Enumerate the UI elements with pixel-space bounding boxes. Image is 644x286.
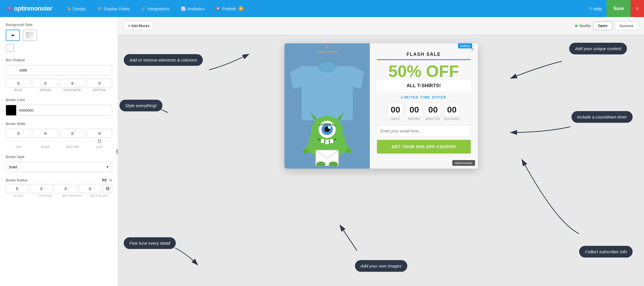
br-top-left-label: UP LEFT xyxy=(6,194,31,197)
border-radius-link-button[interactable]: ⛓ xyxy=(103,184,112,193)
shadow-inputs: BLUR SPREAD HORIZONTAL VERTICAL xyxy=(6,79,112,92)
br-top-right-input[interactable] xyxy=(30,184,53,193)
pencil-icon: ✒ xyxy=(11,33,15,38)
popup-preview: ✕ Editing FLASH SALE 50% OFF ALL T-SHIRT… xyxy=(284,43,478,169)
pct-option[interactable]: % xyxy=(109,178,112,182)
border-color-label: Border Color xyxy=(6,98,112,102)
annotation-unique-content: Add your unique content xyxy=(569,43,627,54)
sidebar-border-color-section: Border Color xyxy=(6,98,112,116)
border-left-input[interactable] xyxy=(87,129,112,138)
px-option[interactable]: PX xyxy=(102,178,107,182)
shadow-color-swatch[interactable] xyxy=(6,65,16,75)
sidebar-box-shadow-section: Box Shadow BLUR SPREAD HORIZONTAL xyxy=(6,58,112,92)
close-nav-button[interactable]: × xyxy=(631,0,644,17)
pencil-icon: ✏️ xyxy=(67,7,71,11)
svg-point-1 xyxy=(319,62,336,73)
border-radius-inputs-row: ⛓ xyxy=(6,184,112,193)
svg-rect-8 xyxy=(321,139,324,143)
border-style-select[interactable]: Solid Dashed Dotted None xyxy=(6,162,112,172)
add-blocks-button[interactable]: + Add Blocks xyxy=(124,21,154,30)
sidebar-border-width-section: Border Width ⛓ TOP RIGHT BOTT xyxy=(6,122,112,149)
settings-icon: ⚙️ xyxy=(97,7,102,11)
svg-rect-9 xyxy=(325,140,329,144)
shadow-color-row xyxy=(6,65,112,76)
right-label: RIGHT xyxy=(33,146,58,149)
coupon-button[interactable]: GET YOUR 50% OFF COUPON xyxy=(377,140,471,154)
popup-image-side xyxy=(284,43,370,169)
optin-tab[interactable]: Optin xyxy=(593,21,612,30)
horizontal-label: HORIZONTAL xyxy=(63,89,82,92)
border-bottom-input[interactable] xyxy=(60,129,85,138)
border-radius-labels: UP LEFT TOP RIGHT BOTTOM RIGHT BOTTOM LE… xyxy=(6,194,112,197)
border-color-swatch[interactable] xyxy=(6,105,16,115)
limited-time-text: LIMITED TIME OFFER xyxy=(377,95,471,99)
bg-checkbox[interactable] xyxy=(6,44,14,52)
countdown-seconds-value: 00 xyxy=(444,103,460,117)
hanger-hook xyxy=(326,46,328,48)
br-top-right-wrap xyxy=(30,184,53,193)
logo-text: optinmonster xyxy=(14,5,52,12)
yes-no-indicator: Yes/No xyxy=(575,24,591,28)
popup-container: ✕ Editing FLASH SALE 50% OFF ALL T-SHIRT… xyxy=(284,43,478,169)
sidebar-border-radius-section: Border Radius PX % xyxy=(6,178,112,197)
horizontal-input[interactable] xyxy=(60,79,85,88)
top-label: TOP xyxy=(6,146,31,149)
vertical-input-wrap: VERTICAL xyxy=(87,79,112,92)
tab-publish[interactable]: 📢 Publish 8 xyxy=(210,0,249,17)
help-button[interactable]: ? Help xyxy=(585,0,606,17)
svg-point-7 xyxy=(328,126,331,129)
save-button[interactable]: Save xyxy=(606,0,631,17)
popup-content-side: ✕ Editing FLASH SALE 50% OFF ALL T-SHIRT… xyxy=(370,43,478,169)
countdown-hours-label: HOURS xyxy=(408,117,420,120)
spread-input[interactable] xyxy=(33,79,58,88)
border-style-select-wrap: Solid Dashed Dotted None ▼ xyxy=(6,162,112,172)
spread-label: SPREAD xyxy=(40,89,51,92)
view-tabs: Yes/No Optin Success xyxy=(575,21,638,30)
border-style-label: Border Style xyxy=(6,155,112,159)
green-dot-icon xyxy=(575,25,577,27)
shadow-color-input[interactable] xyxy=(16,65,112,75)
tab-analytics[interactable]: 📈 Analytics xyxy=(175,0,210,17)
br-top-right-label: TOP RIGHT xyxy=(33,194,58,197)
success-tab[interactable]: Success xyxy=(615,21,638,30)
countdown-hours: 00 HOURS xyxy=(406,103,422,120)
publish-icon: 📢 xyxy=(216,7,220,11)
sidebar-bg-style-section: Background Style ✒ xyxy=(6,23,112,52)
countdown: 00 DAYS 00 HOURS 00 MINUTES 00 xyxy=(377,103,471,120)
border-color-input[interactable] xyxy=(16,105,112,115)
email-input[interactable] xyxy=(377,125,471,137)
nav-right: ? Help Save × xyxy=(585,0,644,17)
annotation-fine-tune: Fine tune every detail xyxy=(124,237,176,249)
border-top-input[interactable] xyxy=(6,129,31,138)
vertical-input[interactable] xyxy=(87,79,112,88)
border-radius-label: Border Radius xyxy=(6,178,28,182)
br-bottom-left-input[interactable] xyxy=(79,184,102,193)
svg-point-13 xyxy=(303,149,309,153)
annotation-add-images: Add your own images xyxy=(355,260,407,272)
border-width-labels: TOP RIGHT BOTTOM LEFT xyxy=(6,146,112,149)
svg-rect-10 xyxy=(330,139,333,143)
br-top-left-input[interactable] xyxy=(6,184,28,193)
border-right-input[interactable] xyxy=(33,129,58,138)
sidebar-border-style-section: Border Style Solid Dashed Dotted None ▼ xyxy=(6,155,112,172)
canvas-area: + Add Blocks Yes/No Optin Success xyxy=(118,17,644,286)
canvas-toolbar: + Add Blocks Yes/No Optin Success xyxy=(118,17,644,35)
countdown-seconds-label: SECONDS xyxy=(444,117,460,120)
bg-gradient-option[interactable] xyxy=(23,30,37,41)
br-bottom-right-input[interactable] xyxy=(54,184,77,193)
logo: 👾 optinmonster xyxy=(6,5,52,12)
annotation-add-remove: Add or remove elements & columns xyxy=(124,54,203,66)
tab-integrations[interactable]: 🔗 Integrations xyxy=(135,0,175,17)
svg-point-15 xyxy=(346,149,351,153)
tab-display-rules[interactable]: ⚙️ Display Rules xyxy=(92,0,135,17)
sidebar-collapse-button[interactable]: ‹ xyxy=(116,148,118,155)
blur-input[interactable] xyxy=(6,79,31,88)
tab-design[interactable]: ✏️ Design xyxy=(61,0,92,17)
countdown-hours-value: 00 xyxy=(406,103,422,117)
spread-input-wrap: SPREAD xyxy=(33,79,58,92)
annotation-style-everything: Style everything! xyxy=(119,100,162,111)
logo-icon: 👾 xyxy=(6,5,13,12)
bg-solid-option[interactable]: ✒ xyxy=(6,30,20,41)
bg-style-options: ✒ xyxy=(6,30,112,41)
border-left-wrap: ⛓ xyxy=(87,129,112,144)
